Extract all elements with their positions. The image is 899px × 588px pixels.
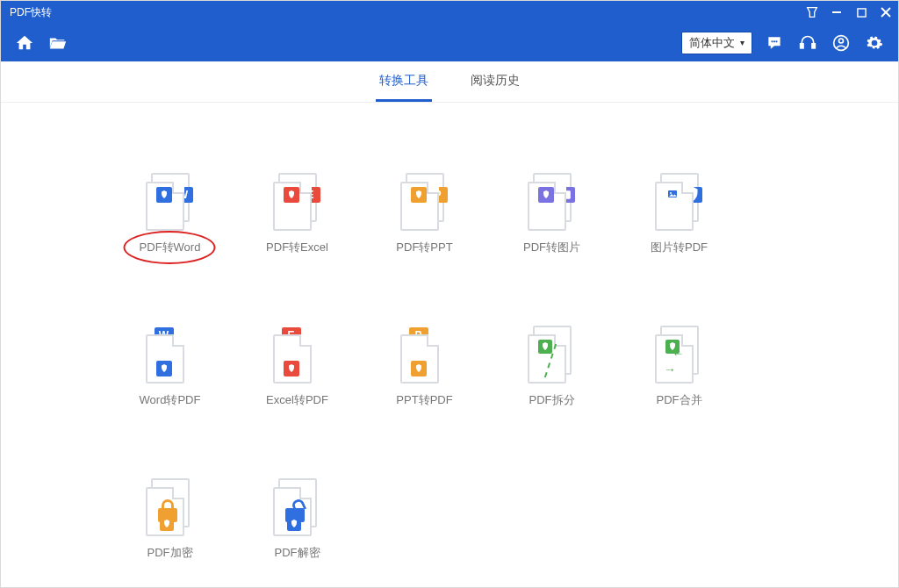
tab-read-history[interactable]: 阅读历史 xyxy=(467,62,523,102)
tool-图片转PDF[interactable]: 图片转PDF xyxy=(615,173,743,255)
tool-label: PDF拆分 xyxy=(529,392,575,408)
title-bar: PDF快转 xyxy=(1,1,898,24)
language-label: 简体中文 xyxy=(689,35,735,51)
tool-PDF合并[interactable]: ←←PDF合并 xyxy=(615,326,743,408)
tool-label: PDF合并 xyxy=(657,392,702,408)
svg-rect-7 xyxy=(801,43,803,47)
tool-label: Word转PDF xyxy=(140,392,201,408)
tool-PDF拆分[interactable]: PDF拆分 xyxy=(488,326,615,408)
svg-rect-1 xyxy=(857,8,865,16)
tool-PDF转PPT[interactable]: PPDF转PPT xyxy=(361,173,488,255)
tool-label: PDF转Excel xyxy=(266,240,328,255)
language-selector[interactable]: 简体中文 ▾ xyxy=(681,32,752,54)
tool-icon: W xyxy=(146,173,195,231)
tool-label: 图片转PDF xyxy=(651,240,708,255)
tool-icon: W xyxy=(146,326,195,384)
tool-PDF转图片[interactable]: PDF转图片 xyxy=(488,173,615,255)
tool-icon xyxy=(146,478,195,536)
tool-Excel转PDF[interactable]: EExcel转PDF xyxy=(234,326,361,408)
tool-PDF转Word[interactable]: WPDF转Word xyxy=(106,173,234,255)
tool-Word转PDF[interactable]: WWord转PDF xyxy=(106,326,234,408)
tool-icon: P xyxy=(400,326,450,384)
tool-PDF解密[interactable]: PDF解密 xyxy=(234,478,361,561)
tool-label: PDF加密 xyxy=(147,545,193,561)
account-button[interactable] xyxy=(830,32,852,54)
tool-label: PPT转PDF xyxy=(396,392,452,408)
tool-PPT转PDF[interactable]: PPPT转PDF xyxy=(361,326,488,408)
tool-label: Excel转PDF xyxy=(266,392,328,408)
svg-point-10 xyxy=(839,39,844,43)
svg-point-14 xyxy=(670,192,672,194)
tool-label: PDF转图片 xyxy=(523,240,580,255)
minimize-button[interactable] xyxy=(824,1,849,24)
tool-icon: E xyxy=(273,326,322,384)
app-title: PDF快转 xyxy=(10,5,52,20)
tool-PDF转Excel[interactable]: EPDF转Excel xyxy=(234,173,361,255)
svg-point-5 xyxy=(773,40,775,42)
maximize-button[interactable] xyxy=(849,1,874,24)
tool-label: PDF转PPT xyxy=(396,240,452,255)
svg-point-4 xyxy=(771,40,773,42)
close-button[interactable] xyxy=(874,1,898,24)
tab-convert-tools[interactable]: 转换工具 xyxy=(376,62,432,102)
tool-icon xyxy=(528,326,577,384)
open-folder-button[interactable] xyxy=(47,32,69,54)
tool-icon xyxy=(655,173,704,231)
theme-button[interactable] xyxy=(800,1,824,24)
svg-point-6 xyxy=(775,40,777,42)
main-toolbar: 简体中文 ▾ xyxy=(1,24,898,61)
chevron-down-icon: ▾ xyxy=(740,38,744,47)
tool-icon xyxy=(273,478,322,536)
tool-PDF加密[interactable]: PDF加密 xyxy=(106,478,234,561)
highlight-ellipse xyxy=(124,231,216,264)
tab-bar: 转换工具 阅读历史 xyxy=(1,61,898,103)
home-button[interactable] xyxy=(13,32,36,54)
support-button[interactable] xyxy=(796,32,819,54)
tool-icon: E xyxy=(273,173,322,231)
tool-icon xyxy=(528,173,577,231)
tool-label: PDF解密 xyxy=(275,545,320,561)
feedback-button[interactable] xyxy=(763,32,786,54)
settings-button[interactable] xyxy=(863,32,886,54)
app-window: PDF快转 简体中文 ▾ xyxy=(0,0,899,588)
tool-icon: ←← xyxy=(655,326,704,384)
tool-label: PDF转Word xyxy=(140,240,201,255)
tools-panel: WPDF转WordEPDF转ExcelPPDF转PPTPDF转图片图片转PDFW… xyxy=(1,103,898,587)
tool-icon: P xyxy=(400,173,450,231)
svg-rect-8 xyxy=(812,43,815,47)
tools-grid: WPDF转WordEPDF转ExcelPPDF转PPTPDF转图片图片转PDFW… xyxy=(106,173,793,561)
